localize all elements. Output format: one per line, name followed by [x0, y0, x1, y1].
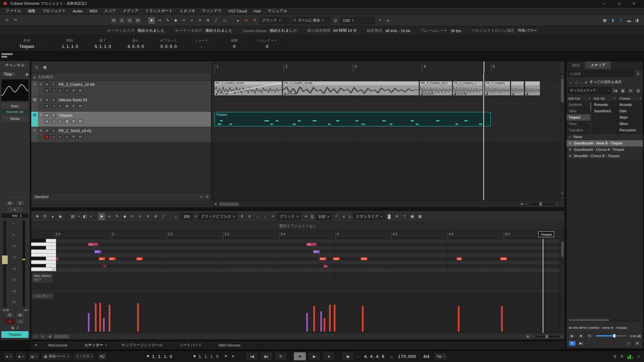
- status-item[interactable]: Control Room 接続されました: [243, 28, 297, 33]
- editor-vscroll-handle[interactable]: [561, 242, 564, 257]
- track-read-button[interactable]: R: [71, 88, 76, 93]
- track-name[interactable]: PK_2_Tom3_v3-01: [59, 129, 92, 133]
- new-part-dropdown[interactable]: ▦新規パート▾: [41, 352, 71, 360]
- master-speaker-icon[interactable]: ◁: [636, 354, 641, 359]
- filter-funnel-icon[interactable]: ▼: [230, 354, 236, 358]
- tap-tempo-button[interactable]: Tap▾: [434, 352, 447, 360]
- editor-scroll-handle[interactable]: [54, 335, 69, 338]
- track-row[interactable]: ▤ 3 M S Timpani ● ◁ e: [31, 112, 211, 127]
- velocity-bar[interactable]: [320, 311, 322, 331]
- menu-item[interactable]: スタジオ: [176, 8, 199, 13]
- track-read-button[interactable]: R: [71, 119, 76, 124]
- preview-loop-button[interactable]: ↻: [586, 333, 593, 339]
- velocity-bar[interactable]: [88, 313, 90, 331]
- results-header[interactable]: ✓ Name: [567, 134, 643, 140]
- editor-toolbar-item[interactable]: [95, 214, 96, 220]
- track-write-button[interactable]: W: [77, 119, 83, 124]
- tool-button[interactable]: ➤: [148, 17, 155, 24]
- zoom-preset-dropdown[interactable]: #ズームに適合: [291, 17, 331, 24]
- track-name[interactable]: Timpani: [59, 113, 72, 117]
- velocity-lane[interactable]: ベロシティー: [31, 292, 565, 333]
- lower-zone-tab[interactable]: コードパッド: [172, 341, 211, 349]
- track-edit-button[interactable]: e: [57, 119, 63, 124]
- track-preset-name[interactable]: Standard: [34, 195, 49, 199]
- tool-button[interactable]: ◆: [172, 17, 179, 24]
- track-solo-button[interactable]: S: [51, 113, 56, 118]
- filter-item[interactable]: Major: [618, 114, 643, 121]
- timeline-horizontal-scrollbar[interactable]: ◀ ▶ − ＋: [212, 200, 560, 207]
- tool-button[interactable]: ▭: [156, 17, 163, 24]
- track-mute-button[interactable]: M: [44, 113, 50, 118]
- attribute-column-dropdown[interactable]: Charact.: [618, 95, 643, 101]
- automation-button[interactable]: S: [118, 17, 125, 24]
- menu-item[interactable]: Audio: [69, 9, 86, 13]
- preview-play-button[interactable]: ▶: [569, 333, 576, 339]
- piano-key[interactable]: [31, 257, 56, 260]
- midi-note[interactable]: F2: [313, 250, 320, 253]
- midi-note[interactable]: D#: [99, 257, 105, 260]
- piano-roll[interactable]: C2 G2 F2 D# D#: [31, 239, 565, 272]
- status-item[interactable]: 録音形式 48 kHz - 16 bit: [367, 28, 410, 33]
- editor-scroll-left-icon[interactable]: ◀: [47, 334, 52, 339]
- transport-gear-icon[interactable]: ⚙: [619, 354, 625, 359]
- editor-zoom-slider[interactable]: [536, 336, 559, 337]
- info-field[interactable]: 長さ 4. 0. 0. 0: [119, 36, 152, 51]
- maximize-button[interactable]: ▢: [612, 0, 627, 7]
- filter-item[interactable]: Transition: [567, 127, 592, 133]
- step-play-button[interactable]: ▶|: [577, 341, 585, 346]
- search-input[interactable]: [574, 72, 632, 76]
- editor-toolbar-item[interactable]: ⇞: [238, 213, 245, 220]
- attribute-column-dropdown[interactable]: Sub Sty.: [592, 95, 618, 101]
- status-item[interactable]: オーディオ出力 接続されました: [175, 28, 232, 33]
- close-button[interactable]: ✕: [627, 0, 641, 7]
- timeline-ruler[interactable]: 12345: [212, 61, 560, 73]
- controller-lane[interactable]: Main Volume CC 7: [31, 272, 565, 292]
- filter-item[interactable]: Acoustic: [618, 102, 643, 108]
- filter-item[interactable]: Timpani: [567, 114, 592, 121]
- editor-toolbar-item[interactable]: T: [401, 213, 408, 220]
- channel-settings-icon[interactable]: ▣: [25, 72, 29, 76]
- channel-track-name[interactable]: Timpani: [1, 331, 29, 338]
- back-icon[interactable]: ←: [569, 80, 573, 84]
- piano-key[interactable]: [31, 250, 56, 253]
- midi-note[interactable]: D#: [457, 257, 462, 260]
- zoom-slider-handle[interactable]: [539, 202, 542, 206]
- editor-toolbar-item[interactable]: ✂: [129, 213, 136, 220]
- rack-tab[interactable]: VSTi: [567, 61, 585, 69]
- horizontal-scroll-handle[interactable]: [219, 202, 239, 206]
- tool-button[interactable]: ⊕: [204, 17, 212, 24]
- track-channel-button[interactable]: ▤: [64, 119, 70, 124]
- lower-zone-tab[interactable]: MixConsole: [41, 341, 77, 349]
- zone-toggle-button[interactable]: ▬: [625, 17, 633, 24]
- midi-note[interactable]: D#2: [361, 257, 368, 260]
- preset-gear-icon[interactable]: ⚙: [202, 195, 209, 198]
- media-horizontal-scrollbar[interactable]: [568, 318, 642, 322]
- record-mode-combo[interactable]: ●▾: [3, 352, 14, 360]
- editor-toolbar-item[interactable]: ◆: [121, 213, 128, 220]
- filter-item[interactable]: Toms: [567, 121, 592, 127]
- audio-activity-combo[interactable]: ◈▾: [15, 352, 26, 360]
- piano-key[interactable]: [31, 243, 56, 246]
- editor-toolbar-item[interactable]: ≋: [393, 213, 400, 220]
- track-edit-button[interactable]: e: [57, 104, 63, 108]
- velocity-bar[interactable]: [362, 306, 364, 331]
- track-lane-4[interactable]: [212, 127, 560, 142]
- go-next-marker-button[interactable]: ▶|: [260, 352, 273, 361]
- track-solo-button[interactable]: S: [51, 98, 56, 102]
- track-mute-button[interactable]: M: [44, 82, 50, 87]
- midi-note[interactable]: D#: [136, 257, 143, 260]
- add-track-button[interactable]: ＋: [33, 64, 40, 71]
- media-result-row[interactable]: ↻ SoundtrackA - Verse B - Timpani: [567, 140, 643, 146]
- playhead[interactable]: [483, 73, 484, 200]
- monitor-button[interactable]: ◁: [16, 319, 25, 324]
- track-read-button[interactable]: R: [71, 104, 76, 108]
- editor-toolbar-item[interactable]: ⇥: [302, 213, 309, 220]
- sends-section-button[interactable]: Sends: [1, 116, 29, 122]
- editor-toolbar-item[interactable]: グリッド: [277, 213, 301, 220]
- track-monitor-button[interactable]: ◁: [51, 104, 56, 108]
- menu-item[interactable]: トランスポート: [142, 8, 176, 13]
- menu-item[interactable]: ファイル: [2, 8, 24, 13]
- editor-toolbar-item[interactable]: ⊕: [152, 213, 159, 220]
- quantize-dropdown[interactable]: 1/32: [340, 17, 375, 24]
- menu-item[interactable]: スコア: [101, 8, 119, 13]
